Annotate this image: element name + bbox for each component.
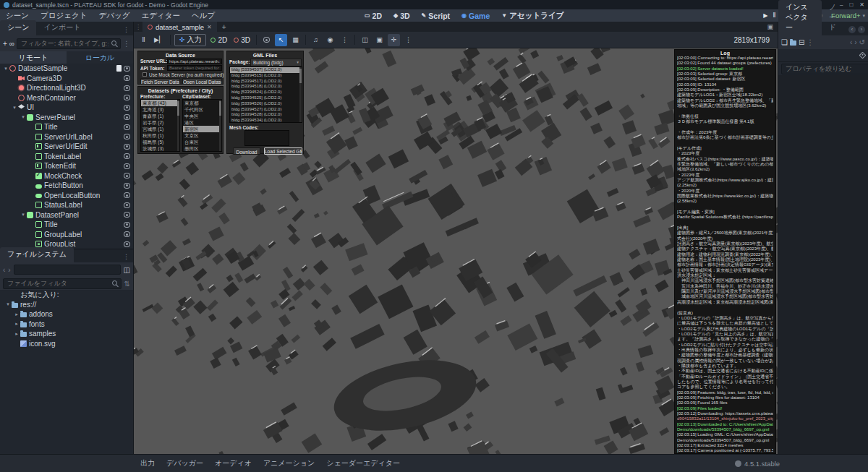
tree-item-MeshContainer[interactable]: MeshContainer: [0, 93, 133, 103]
gml-file-item[interactable]: bldg [53394534] (LOD2.0): [230, 118, 302, 123]
fs-item-fonts[interactable]: ▸fonts: [0, 319, 133, 330]
close-icon[interactable]: ✕: [859, 1, 864, 8]
workspace-game[interactable]: ◉Game: [457, 12, 494, 20]
city-item[interactable]: 新宿区: [183, 126, 221, 132]
input-mode-button[interactable]: ✜ 入力: [174, 34, 207, 46]
edit-forward-icon[interactable]: ›: [854, 38, 856, 46]
gml-file-item[interactable]: bldg [53394528] (LOD2.0): [230, 112, 302, 118]
log-panel[interactable]: Log [02:03:00] Connecting to: https://ap…: [674, 49, 776, 454]
add-node-button[interactable]: +: [3, 40, 7, 48]
expand-arrow-icon[interactable]: ▾: [2, 66, 9, 72]
visibility-eye-icon[interactable]: [124, 222, 130, 228]
save-resource-icon[interactable]: ⊟: [799, 38, 804, 46]
visibility-eye-icon[interactable]: [124, 183, 130, 189]
tree-item-TokenLabel[interactable]: TokenLabel: [0, 152, 133, 162]
nav-forward-icon[interactable]: ›: [8, 266, 10, 274]
fs-filter-input[interactable]: [3, 278, 122, 289]
play-button[interactable]: ▶: [763, 12, 767, 19]
tree-item-Title[interactable]: Title: [0, 122, 133, 132]
gml-file-item[interactable]: bldg [53394515] (LOD2.0): [230, 73, 302, 79]
script-icon[interactable]: [116, 65, 122, 72]
pause-game-button[interactable]: Ⅱ: [137, 34, 150, 46]
nav-back-icon[interactable]: ‹: [3, 266, 5, 274]
tree-item-DatasetPanel[interactable]: ▾DatasetPanel: [0, 210, 133, 220]
bottom-panel-出力[interactable]: 出力: [135, 458, 161, 468]
visibility-eye-icon[interactable]: [124, 144, 130, 150]
server-url-input[interactable]: [167, 59, 222, 64]
fs-dock-menu-icon[interactable]: ⋮: [119, 253, 133, 262]
visibility-eye-icon[interactable]: [124, 202, 130, 208]
prefecture-item[interactable]: 秋田県 (1): [141, 132, 179, 139]
remote-tab[interactable]: リモート: [0, 51, 67, 64]
workspace-アセットライブ[interactable]: ▼アセットライブ: [497, 11, 568, 21]
mesh-codes-textarea[interactable]: [244, 130, 289, 146]
download-button[interactable]: Download: [233, 147, 260, 155]
prefecture-item[interactable]: 宮城県 (1): [141, 126, 179, 132]
mode-3d-button[interactable]: 3D: [231, 34, 252, 46]
expand-arrow-icon[interactable]: ▾: [4, 301, 12, 307]
game-viewport[interactable]: Data Source Server URL: API Token: Use M…: [134, 48, 778, 454]
visibility-eye-icon[interactable]: [124, 173, 130, 179]
mock-server-checkbox[interactable]: [142, 72, 147, 77]
load-selected-gml-button[interactable]: Load Selected GML: [264, 147, 302, 155]
menu-ヘルプ[interactable]: ヘルプ: [186, 9, 221, 22]
tree-item-ServerUrlLabel[interactable]: ServerUrlLabel: [0, 132, 133, 142]
collapsed-arrow-icon[interactable]: ▸: [13, 312, 20, 317]
prefecture-item[interactable]: 茨城県 (3): [141, 145, 179, 152]
resource-menu-icon[interactable]: ⋮: [807, 38, 814, 46]
tree-item-TokenEdit[interactable]: TokenEdit: [0, 161, 133, 171]
gml-file-item[interactable]: bldg [53394525] (LOD2.0): [230, 95, 302, 101]
package-dropdown[interactable]: ▾ Building (bldg): [250, 59, 302, 66]
gml-file-item[interactable]: bldg [53394507] (LOD2.0): [230, 67, 302, 73]
local-tab[interactable]: ローカル: [67, 51, 133, 64]
tree-item-UI[interactable]: ▾UI: [0, 103, 133, 113]
fs-item-[interactable]: お気に入り:: [0, 290, 133, 300]
bottom-panel-デバッガー[interactable]: デバッガー: [161, 458, 209, 468]
close-tab-icon[interactable]: ✕: [207, 24, 212, 30]
visibility-eye-icon[interactable]: [124, 212, 130, 218]
maximize-icon[interactable]: □: [849, 1, 853, 8]
visibility-eye-icon[interactable]: [124, 231, 130, 237]
visibility-eye-icon[interactable]: [124, 124, 130, 130]
history-forward-icon[interactable]: ›: [858, 26, 865, 33]
expand-arrow-icon[interactable]: ▾: [20, 212, 27, 218]
tree-item-GroupLabel[interactable]: GroupLabel: [0, 230, 133, 240]
keep-aspect-button[interactable]: ✛: [388, 34, 400, 46]
new-resource-icon[interactable]: ❏: [781, 38, 788, 46]
prefecture-item[interactable]: 青森県 (1): [141, 113, 179, 119]
bottom-panel-シェーダーエディター[interactable]: シェーダーエディター: [320, 458, 406, 468]
prefecture-item[interactable]: 岩手県 (2): [141, 119, 179, 126]
workspace-2d[interactable]: ▭2D: [360, 12, 386, 20]
fs-path-bar[interactable]: [14, 265, 121, 275]
instance-scene-button[interactable]: ∞: [9, 40, 14, 48]
city-item[interactable]: 文京区: [183, 132, 221, 139]
expand-arrow-icon[interactable]: ▾: [20, 114, 27, 120]
city-item[interactable]: 港区: [183, 119, 221, 126]
toolbar-menu2-icon[interactable]: ⋮: [402, 34, 414, 46]
tag-icon[interactable]: [859, 52, 867, 59]
city-item[interactable]: 台東区: [183, 139, 221, 145]
open-local-button[interactable]: Open Local Dataset...: [182, 78, 222, 85]
menu-エディター[interactable]: エディター: [135, 9, 185, 22]
collapsed-arrow-icon[interactable]: ▸: [13, 321, 20, 327]
cursor-tool-button[interactable]: ↖: [275, 34, 287, 46]
fs-item-addons[interactable]: ▸addons: [0, 309, 133, 319]
toolbar-menu-icon[interactable]: ⋮: [339, 34, 351, 46]
scrollbar[interactable]: [177, 100, 179, 151]
fullscreen-button[interactable]: ▣: [373, 34, 386, 46]
history-back-icon[interactable]: ‹: [848, 26, 856, 33]
tab-inspector[interactable]: インスペクター: [778, 0, 822, 35]
city-list[interactable]: 東京都千代田区中央区港区新宿区文京区台東区墨田区江東区: [182, 99, 222, 152]
visibility-eye-icon[interactable]: [124, 105, 130, 111]
prefecture-item[interactable]: 東京都 (43): [141, 100, 179, 106]
prefecture-item[interactable]: 北海道 (3): [141, 106, 179, 113]
visibility-eye-icon[interactable]: [124, 163, 130, 169]
api-token-input[interactable]: [167, 65, 222, 71]
tab-filesystem[interactable]: ファイルシステム: [0, 247, 74, 262]
fs-sort-icon[interactable]: ⇅: [124, 280, 130, 288]
split-view-icon[interactable]: ◫: [124, 266, 130, 274]
scene-filter-input[interactable]: [17, 38, 121, 49]
visibility-eye-icon[interactable]: [124, 192, 130, 198]
menu-デバッグ[interactable]: デバッグ: [93, 9, 135, 22]
mute-audio-button[interactable]: ♫: [310, 34, 322, 46]
